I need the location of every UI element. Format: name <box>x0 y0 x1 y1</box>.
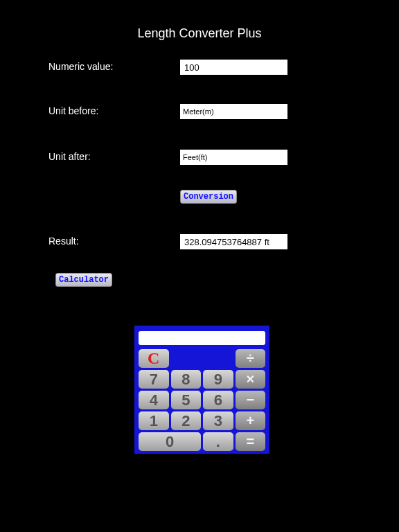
calc-key-5[interactable]: 5 <box>171 391 202 409</box>
calculator-keypad: C ÷ 7 8 9 × 4 5 6 − 1 2 3 + 0 . = <box>139 349 265 451</box>
result-label: Result: <box>48 236 173 247</box>
calculator-button[interactable]: Calculator <box>55 273 112 287</box>
calculator-display <box>139 331 265 345</box>
calc-key-dot[interactable]: . <box>203 432 233 451</box>
calc-key-empty1 <box>171 349 202 368</box>
calc-key-multiply[interactable]: × <box>236 370 266 389</box>
calc-key-equals[interactable]: = <box>236 432 266 451</box>
unit-after-label: Unit after: <box>48 151 173 162</box>
result-output <box>180 234 287 249</box>
calc-key-1[interactable]: 1 <box>139 411 169 430</box>
calc-key-4[interactable]: 4 <box>139 391 169 409</box>
calc-key-8[interactable]: 8 <box>171 370 202 389</box>
unit-after-input[interactable] <box>180 150 287 165</box>
calc-key-3[interactable]: 3 <box>203 411 233 430</box>
numeric-value-label: Numeric value: <box>48 61 173 72</box>
page-title: Length Converter Plus <box>0 26 399 41</box>
numeric-value-input[interactable] <box>180 60 287 75</box>
conversion-button[interactable]: Conversion <box>180 190 237 204</box>
calc-key-9[interactable]: 9 <box>203 370 233 389</box>
unit-before-input[interactable] <box>180 104 287 119</box>
calc-key-minus[interactable]: − <box>236 391 266 409</box>
calc-key-clear[interactable]: C <box>139 349 169 368</box>
calc-key-0[interactable]: 0 <box>139 432 201 451</box>
unit-before-label: Unit before: <box>48 105 173 116</box>
calc-key-6[interactable]: 6 <box>203 391 233 409</box>
calc-key-empty2 <box>203 349 233 368</box>
calc-key-7[interactable]: 7 <box>139 370 169 389</box>
calc-key-plus[interactable]: + <box>236 411 266 430</box>
calc-key-2[interactable]: 2 <box>171 411 202 430</box>
calculator-panel: C ÷ 7 8 9 × 4 5 6 − 1 2 3 + 0 . = <box>134 326 269 454</box>
calc-key-divide[interactable]: ÷ <box>236 349 266 368</box>
